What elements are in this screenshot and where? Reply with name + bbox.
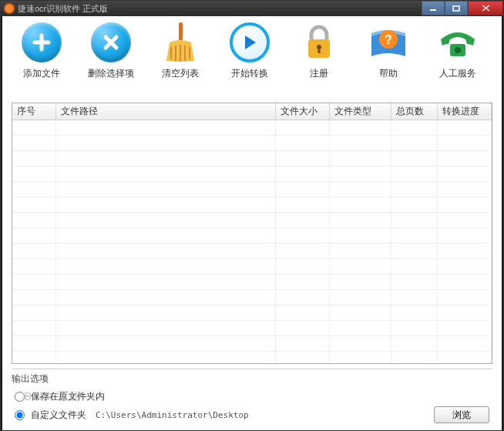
table-row <box>12 197 492 213</box>
support-label: 人工服务 <box>439 67 476 80</box>
play-icon <box>228 21 271 64</box>
x-icon <box>89 21 133 64</box>
output-path: C:\Users\Administrator\Desktop <box>96 410 429 420</box>
start-convert-label: 开始转换 <box>231 67 268 80</box>
start-convert-button[interactable]: 开始转换 <box>215 21 284 92</box>
table-row <box>12 274 492 290</box>
table-row <box>12 136 492 151</box>
svg-text:?: ? <box>385 33 392 46</box>
close-button[interactable] <box>468 1 503 15</box>
radio-save-in-source-label: 保存在原文件夹内 <box>31 390 105 403</box>
phone-icon <box>436 21 479 64</box>
table-row <box>12 290 492 305</box>
table-row <box>12 336 492 352</box>
plus-icon <box>20 21 63 64</box>
svg-point-9 <box>455 47 461 53</box>
table-row <box>12 321 492 336</box>
radio-custom-folder-label: 自定义文件夹 <box>31 409 86 422</box>
minimize-button[interactable] <box>422 1 445 15</box>
table-row <box>12 213 492 228</box>
table-row <box>12 352 492 365</box>
remove-selected-button[interactable]: 删除选择项 <box>76 21 146 92</box>
col-type[interactable]: 文件类型 <box>330 103 391 120</box>
help-book-icon: ? <box>367 21 410 64</box>
file-table[interactable]: 序号 文件路径 文件大小 文件类型 总页数 转换进度 <box>12 103 492 364</box>
broom-icon <box>159 21 202 64</box>
col-size[interactable]: 文件大小 <box>276 103 330 120</box>
table-row <box>12 182 492 197</box>
col-path[interactable]: 文件路径 <box>55 103 276 120</box>
maximize-button[interactable] <box>445 1 468 15</box>
col-index[interactable]: 序号 <box>12 103 55 120</box>
radio-custom-folder-input[interactable] <box>15 410 25 420</box>
output-section: 输出选项 保存在原文件夹内 自定义文件夹 C:\Users\Administra… <box>12 369 492 430</box>
radio-custom-folder[interactable]: 自定义文件夹 <box>12 409 86 422</box>
window-title: 捷速ocr识别软件 正式版 <box>18 3 108 15</box>
radio-save-in-source[interactable]: 保存在原文件夹内 <box>12 390 492 403</box>
col-progress[interactable]: 转换进度 <box>438 103 492 120</box>
table-row <box>12 120 492 136</box>
register-label: 注册 <box>310 67 328 80</box>
app-icon <box>4 3 15 14</box>
add-file-label: 添加文件 <box>23 67 60 80</box>
browse-button[interactable]: 浏览 <box>434 406 489 423</box>
lock-icon <box>297 21 341 64</box>
table-row <box>12 244 492 259</box>
titlebar: 捷速ocr识别软件 正式版 <box>1 1 503 16</box>
svg-rect-2 <box>179 22 183 41</box>
svg-rect-0 <box>430 9 436 11</box>
remove-selected-label: 删除选择项 <box>88 67 134 80</box>
support-button[interactable]: 人工服务 <box>423 21 492 92</box>
svg-rect-1 <box>453 6 459 11</box>
output-title: 输出选项 <box>12 372 492 386</box>
clear-list-button[interactable]: 清空列表 <box>146 21 215 92</box>
clear-list-label: 清空列表 <box>162 67 199 80</box>
table-row <box>12 305 492 321</box>
radio-save-in-source-input[interactable] <box>15 392 25 402</box>
table-row <box>12 151 492 167</box>
help-button[interactable]: ? 帮助 <box>354 21 423 92</box>
toolbar: 添加文件 删除选择项 清空列表 <box>2 16 502 93</box>
table-row <box>12 259 492 274</box>
register-button[interactable]: 注册 <box>284 21 354 92</box>
add-file-button[interactable]: 添加文件 <box>7 21 76 92</box>
help-label: 帮助 <box>379 67 398 80</box>
svg-rect-5 <box>318 48 321 53</box>
table-row <box>12 228 492 244</box>
col-pages[interactable]: 总页数 <box>391 103 438 120</box>
table-row <box>12 167 492 182</box>
